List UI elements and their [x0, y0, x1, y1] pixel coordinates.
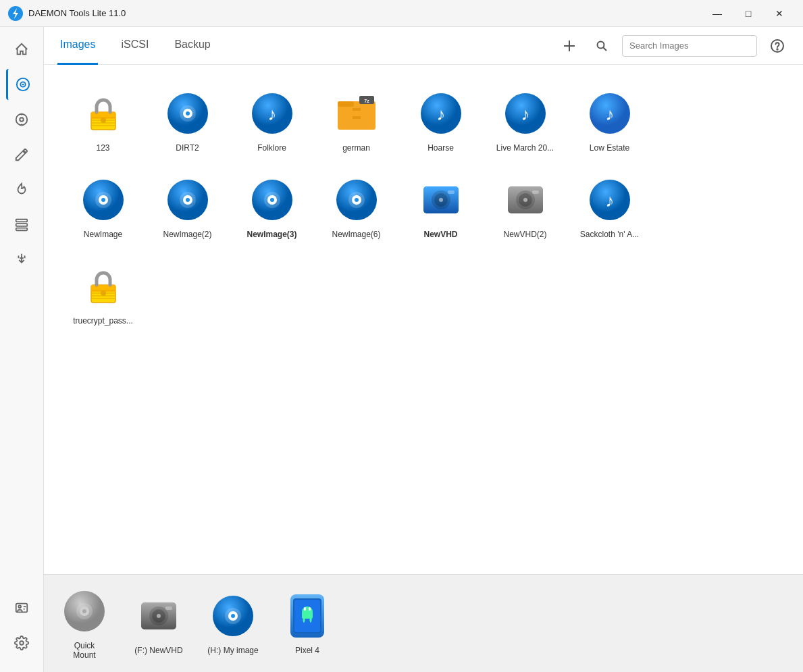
disc-blue-icon-hmyimage: [211, 594, 255, 638]
sidebar-item-home[interactable]: [6, 34, 37, 65]
tab-images[interactable]: Images: [57, 27, 98, 65]
image-icon-newimage3: [248, 176, 296, 224]
zip-icon: 7z: [335, 92, 378, 135]
search-toggle-button[interactable]: [590, 34, 614, 58]
svg-point-29: [101, 118, 106, 123]
home-icon: [14, 42, 29, 57]
svg-point-19: [598, 41, 604, 48]
virtual-disc-icon: [14, 112, 29, 127]
image-item-newimage6[interactable]: NewImage(6): [317, 167, 395, 247]
image-icon-lowestate: ♪: [586, 89, 634, 138]
image-item-123[interactable]: 123: [64, 81, 142, 161]
sidebar-item-usb[interactable]: [6, 244, 37, 276]
music-disc-icon-folklore: ♪: [251, 92, 294, 135]
svg-rect-37: [338, 101, 354, 107]
sidebar-item-account[interactable]: [6, 592, 37, 623]
phone-icon-pixel4: [290, 594, 324, 638]
bottom-icon-fnewvhd: [134, 592, 183, 640]
hdd-icon-fnewvhd: [137, 594, 180, 638]
image-label-lowestate: Low Estate: [590, 143, 629, 153]
image-item-hoarse[interactable]: ♪ Hoarse: [402, 81, 480, 161]
plus-icon: [563, 39, 576, 53]
image-icon-hoarse: ♪: [417, 89, 465, 138]
sidebar-item-images[interactable]: [6, 69, 37, 100]
disc-blue-icon-newimage3: [251, 178, 294, 222]
image-label-truecrypt: truecrypt_pass...: [73, 316, 133, 326]
bottom-item-pixel4[interactable]: Pixel 4: [280, 592, 334, 655]
image-icon-newvhd: [417, 176, 465, 224]
image-item-sackcloth[interactable]: ♪ Sackcloth 'n' A...: [571, 167, 648, 247]
add-button[interactable]: [557, 34, 581, 58]
help-button[interactable]: [765, 34, 789, 58]
tab-iscsi[interactable]: iSCSI: [118, 27, 151, 65]
svg-point-6: [20, 118, 24, 122]
sidebar-item-settings[interactable]: [6, 627, 37, 658]
close-button[interactable]: ✕: [764, 0, 795, 27]
maximize-button[interactable]: □: [733, 0, 764, 27]
image-label-newimage6: NewImage(6): [332, 230, 380, 239]
sidebar: [0, 27, 44, 672]
app-title: DAEMON Tools Lite 11.0: [28, 8, 126, 18]
title-bar-left: DAEMON Tools Lite 11.0: [8, 6, 126, 21]
image-item-newvhd[interactable]: NewVHD: [402, 167, 480, 247]
image-label-hoarse: Hoarse: [428, 143, 454, 153]
search-input[interactable]: [622, 35, 757, 57]
svg-point-57: [186, 198, 190, 202]
tab-backup[interactable]: Backup: [172, 27, 213, 65]
bottom-item-hmyimage[interactable]: (H:) My image: [206, 592, 260, 655]
image-item-newimage[interactable]: NewImage: [64, 167, 142, 247]
image-item-lowestate[interactable]: ♪ Low Estate: [571, 81, 648, 161]
sidebar-item-virtual[interactable]: [6, 104, 37, 135]
image-item-livemarch[interactable]: ♪ Live March 20...: [486, 81, 564, 161]
image-item-dirt2[interactable]: DIRT2: [149, 81, 226, 161]
svg-line-20: [604, 47, 607, 51]
music-disc-icon-lowestate: ♪: [588, 92, 631, 135]
svg-point-98: [231, 614, 235, 618]
svg-point-22: [777, 49, 777, 49]
svg-point-16: [20, 641, 24, 645]
svg-rect-109: [309, 607, 311, 611]
svg-text:♪: ♪: [605, 104, 614, 124]
lock-icon-truecrypt: [82, 265, 125, 308]
sidebar-item-burn[interactable]: [6, 174, 37, 205]
svg-rect-41: [353, 112, 361, 115]
sidebar-bottom: [6, 592, 37, 665]
svg-rect-40: [353, 108, 361, 111]
header-actions: [557, 34, 789, 58]
svg-rect-10: [16, 224, 28, 226]
music-disc-icon-sackcloth: ♪: [588, 178, 631, 222]
image-icon-sackcloth: ♪: [586, 176, 634, 224]
svg-point-85: [101, 290, 106, 296]
image-label-sackcloth: Sackcloth 'n' A...: [580, 230, 639, 239]
minimize-button[interactable]: —: [702, 0, 733, 27]
svg-rect-108: [304, 607, 306, 611]
bottom-item-quickmount[interactable]: QuickMount: [57, 587, 111, 660]
help-icon: [771, 39, 784, 53]
svg-text:♪: ♪: [605, 190, 614, 211]
svg-rect-11: [16, 228, 28, 231]
image-item-newimage2[interactable]: NewImage(2): [149, 167, 226, 247]
music-disc-icon-livemarch: ♪: [504, 92, 547, 135]
image-icon-truecrypt: [79, 262, 128, 311]
image-label-newimage2: NewImage(2): [163, 230, 211, 239]
image-item-folklore[interactable]: ♪ Folklore: [233, 81, 311, 161]
usb-icon: [14, 253, 29, 267]
svg-rect-42: [353, 116, 361, 119]
disc-blue-icon-newimage6: [335, 178, 378, 222]
image-item-newimage3[interactable]: NewImage(3): [233, 167, 311, 247]
image-item-newvhd2[interactable]: NewVHD(2): [486, 167, 564, 247]
svg-rect-94: [165, 606, 172, 610]
image-item-german[interactable]: 7z german: [317, 81, 395, 161]
bottom-label-hmyimage: (H:) My image: [207, 646, 258, 655]
bottom-item-fnewvhd[interactable]: (F:) NewVHD: [132, 592, 186, 655]
storage-icon: [14, 217, 29, 232]
image-label-newvhd2: NewVHD(2): [503, 230, 546, 239]
svg-point-33: [186, 111, 190, 115]
image-label-newvhd: NewVHD: [423, 230, 457, 239]
image-label-livemarch: Live March 20...: [496, 143, 554, 153]
svg-point-75: [523, 198, 527, 202]
sidebar-item-edit[interactable]: [6, 139, 37, 170]
image-item-truecrypt[interactable]: truecrypt_pass...: [64, 254, 142, 334]
svg-point-4: [22, 84, 24, 86]
sidebar-item-storage[interactable]: [6, 209, 37, 240]
